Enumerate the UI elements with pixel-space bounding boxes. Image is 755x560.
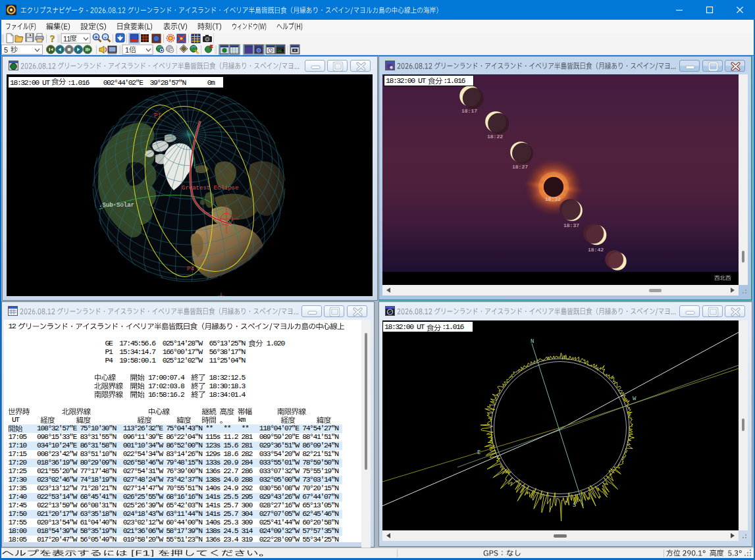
svg-text:18:27: 18:27 [512, 164, 528, 170]
svg-text:18:22: 18:22 [487, 134, 503, 140]
svg-text:N: N [531, 338, 534, 345]
svg-text:18:42: 18:42 [588, 247, 604, 253]
svg-text:S: S [573, 502, 576, 509]
svg-text:E: E [477, 449, 481, 456]
svg-text:18:37: 18:37 [563, 222, 579, 228]
svg-text:18:17: 18:17 [461, 108, 477, 114]
svg-text:W: W [633, 395, 637, 402]
svg-text:18:32: 18:32 [545, 196, 561, 202]
